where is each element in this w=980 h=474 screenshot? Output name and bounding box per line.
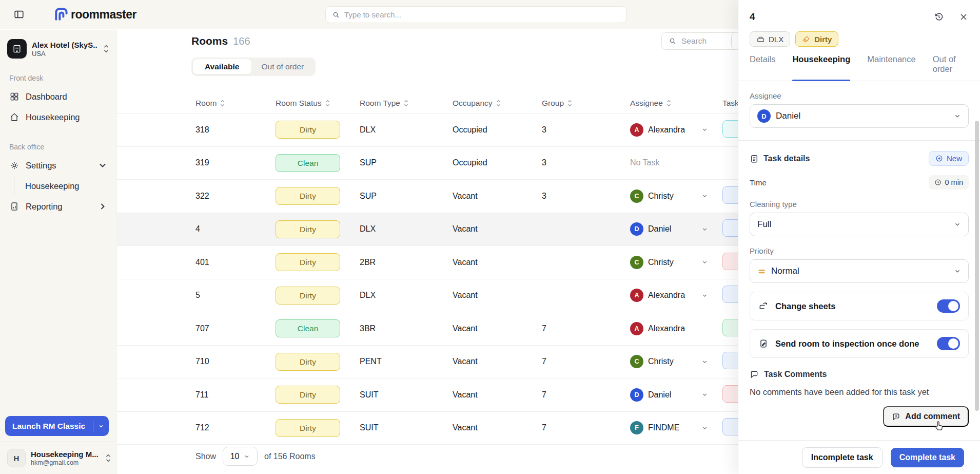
panel-scrollbar[interactable] — [975, 121, 979, 411]
tab-out-of-order[interactable]: Out of order — [933, 54, 969, 81]
cleaning-type-select[interactable]: Full — [750, 213, 969, 236]
chevron-down-icon[interactable] — [701, 292, 708, 299]
assignee-cell[interactable]: C Christy — [630, 256, 722, 269]
assignee-avatar: A — [630, 322, 643, 335]
cursor-pointer-icon — [933, 420, 945, 432]
user-info: Housekeeping M... hkm@gmail.com — [31, 450, 100, 466]
sidebar-item-settings-housekeeping[interactable]: Housekeeping — [14, 176, 116, 196]
global-search[interactable] — [325, 6, 627, 23]
column-header-occupancy[interactable]: Occupancy — [453, 99, 542, 108]
chevron-down-icon[interactable] — [701, 391, 708, 398]
assignee-select[interactable]: D Daniel — [750, 104, 969, 128]
assignee-cell[interactable]: A Alexandra — [630, 123, 722, 137]
sidebar-item-dashboard[interactable]: Dashboard — [0, 86, 116, 107]
new-task-button[interactable]: New — [929, 151, 969, 166]
launch-rm-classic-button[interactable]: Launch RM Classic — [5, 416, 109, 436]
room-type-cell: SUIT — [360, 390, 453, 400]
change-sheets-card: Change sheets — [750, 292, 969, 320]
assignee-cell[interactable]: D Daniel — [630, 222, 722, 236]
time-label: Time — [750, 178, 767, 187]
tab-housekeeping[interactable]: Housekeeping — [792, 54, 850, 81]
column-header-room-status[interactable]: Room Status — [276, 99, 360, 108]
tab-available[interactable]: Available — [193, 59, 251, 74]
sidebar-item-settings[interactable]: Settings — [0, 155, 116, 176]
assignee-avatar: C — [630, 189, 643, 203]
task-details-label: Task details — [763, 154, 810, 163]
settings-submenu: Housekeeping — [14, 176, 116, 196]
occupancy-cell: Vacant — [453, 390, 542, 400]
room-cell: 707 — [195, 324, 276, 333]
search-icon — [669, 37, 677, 45]
panel-footer: Incomplete task Complete task — [738, 440, 980, 474]
chevron-down-icon[interactable] — [701, 193, 708, 199]
assignee-avatar: C — [630, 355, 643, 368]
tab-details[interactable]: Details — [750, 54, 775, 81]
sidebar-toggle-icon[interactable] — [13, 9, 25, 20]
assignee-name: Christy — [648, 357, 674, 366]
chevron-down-icon — [954, 221, 961, 228]
comment-plus-icon — [892, 412, 900, 421]
sidebar-item-label: Reporting — [26, 202, 63, 212]
user-menu[interactable]: H Housekeeping M... hkm@gmail.com — [7, 446, 112, 470]
room-detail-panel: 4 DLX Dirty Details Housekeeping — [738, 0, 980, 474]
inspection-card: Send room to inspection once done — [750, 329, 969, 358]
close-icon[interactable] — [958, 12, 969, 22]
chevron-down-icon[interactable] — [701, 358, 708, 365]
home-icon — [9, 112, 19, 122]
room-status-badge: Clean — [276, 154, 340, 172]
assignee-avatar: A — [630, 289, 643, 302]
sidebar-item-housekeeping[interactable]: Housekeeping — [0, 107, 116, 127]
assignee-avatar: C — [630, 256, 643, 269]
priority-select[interactable]: Normal — [750, 259, 969, 283]
change-sheets-toggle[interactable] — [937, 299, 960, 313]
tab-maintenance[interactable]: Maintenance — [867, 54, 915, 81]
column-header-room-type[interactable]: Room Type — [360, 99, 453, 108]
sidebar: Alex Hotel (SkyS... USA Front desk Dashb… — [0, 30, 116, 474]
sidebar-item-label: Dashboard — [26, 92, 67, 102]
chevron-down-icon — [98, 423, 104, 429]
assignee-cell[interactable]: No Task — [630, 158, 722, 167]
group-cell: 7 — [542, 423, 630, 432]
assignee-cell[interactable]: F FINDME — [630, 421, 722, 434]
search-icon — [332, 11, 340, 19]
occupancy-cell: Vacant — [453, 291, 542, 300]
sidebar-item-label: Housekeeping — [26, 112, 80, 122]
plus-circle-icon — [935, 155, 943, 162]
hotel-selector[interactable]: Alex Hotel (SkyS... USA — [0, 30, 116, 59]
tab-out-of-order[interactable]: Out of order — [251, 62, 315, 71]
time-row: Time 0 min — [750, 175, 969, 189]
clock-icon — [934, 179, 942, 186]
group-cell: 7 — [542, 357, 630, 366]
assignee-cell[interactable]: C Christy — [630, 355, 722, 368]
assignee-name: Alexandra — [648, 291, 685, 300]
occupancy-cell: Occupied — [453, 158, 542, 167]
assignee-cell[interactable]: C Christy — [630, 189, 722, 203]
assignee-cell[interactable]: D Daniel — [630, 388, 722, 402]
column-header-group[interactable]: Group — [542, 99, 630, 108]
launch-dropdown-toggle[interactable] — [93, 423, 109, 429]
room-cell: 5 — [195, 291, 276, 300]
history-icon[interactable] — [934, 12, 944, 22]
assignee-name: Christy — [648, 192, 674, 201]
global-search-input[interactable] — [344, 10, 620, 19]
add-comment-button[interactable]: Add comment — [883, 406, 969, 427]
assignee-cell[interactable]: A Alexandra — [630, 289, 722, 302]
total-rooms-label: of 156 Rooms — [264, 452, 316, 461]
assignee-cell[interactable]: A Alexandra — [630, 322, 722, 335]
chevron-down-icon[interactable] — [701, 226, 708, 233]
chevron-down-icon[interactable] — [701, 126, 708, 133]
chevron-down-icon[interactable] — [701, 425, 708, 431]
room-type-cell: PENT — [360, 357, 453, 366]
sidebar-item-reporting[interactable]: Reporting — [0, 196, 116, 217]
user-email: hkm@gmail.com — [31, 459, 100, 466]
complete-task-button[interactable]: Complete task — [891, 448, 964, 467]
report-icon — [9, 201, 19, 212]
inspection-toggle[interactable] — [937, 337, 960, 350]
page-size-select[interactable]: 10 — [223, 447, 258, 466]
column-header-assignee[interactable]: Assignee — [630, 99, 722, 108]
column-header-room[interactable]: Room — [195, 99, 276, 108]
incomplete-task-button[interactable]: Incomplete task — [802, 447, 883, 468]
hotel-icon — [7, 39, 27, 59]
task-comments-label: Task Comments — [764, 370, 827, 379]
chevron-down-icon[interactable] — [701, 259, 708, 266]
